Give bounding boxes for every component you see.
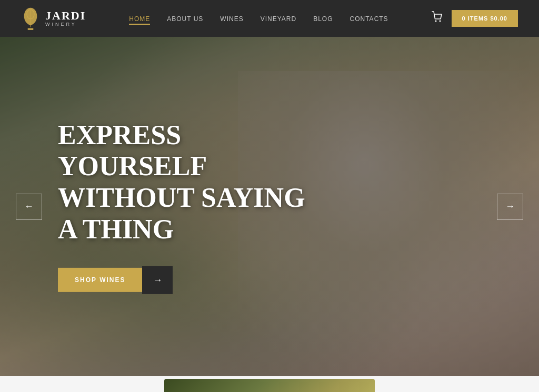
arrow-right-icon: → [505,201,515,212]
hero-section: ← EXPRESS YOURSELF WITHOUT SAYING A THIN… [0,37,539,376]
hero-next-button[interactable]: → [497,194,523,220]
nav-item-about[interactable]: ABOUT US [167,14,203,23]
logo[interactable]: JARDI WINERY [21,7,86,30]
headline-line1: EXPRESS YOURSELF [58,119,207,181]
shop-arrow-icon: → [142,266,173,294]
hero-prev-button[interactable]: ← [16,194,42,220]
nav-links: HOME ABOUT US WINES VINEYARD BLOG CONTAC… [129,14,388,23]
shop-label: SHOP WINES [58,268,142,292]
nav-item-blog[interactable]: BLOG [313,14,333,23]
cart-icon[interactable] [432,11,443,26]
hero-content: EXPRESS YOURSELF WITHOUT SAYING A THING … [58,119,321,294]
svg-point-3 [439,20,441,22]
shop-wines-button[interactable]: SHOP WINES → [58,266,321,294]
cart-button[interactable]: 0 ITEMS $0.00 [452,10,518,27]
nav-item-wines[interactable]: WINES [220,14,243,23]
navbar: JARDI WINERY HOME ABOUT US WINES VINEYAR… [0,0,539,37]
nav-right: 0 ITEMS $0.00 [432,10,518,27]
brand-subtitle: WINERY [45,22,86,27]
svg-point-2 [435,20,436,22]
nav-item-contacts[interactable]: CONTACTS [350,14,388,23]
nav-item-home[interactable]: HOME [129,14,150,23]
arrow-left-icon: ← [24,201,34,212]
headline-line2: WITHOUT SAYING [58,183,305,213]
hero-headline: EXPRESS YOURSELF WITHOUT SAYING A THING [58,119,321,245]
nav-item-vineyard[interactable]: VINEYARD [261,14,296,23]
brand-name: JARDI [45,9,86,22]
logo-icon [21,7,40,30]
bottom-section [0,376,539,392]
bottom-preview-image [164,379,375,392]
headline-line3: A THING [58,214,174,244]
